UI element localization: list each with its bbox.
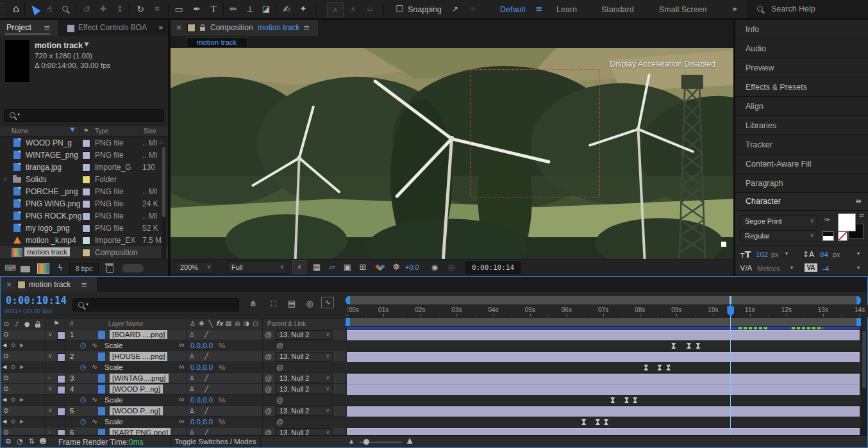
- composition-mini-flowchart-icon[interactable]: ⋔: [247, 296, 260, 311]
- workspace-learn[interactable]: Learn: [556, 5, 577, 14]
- graph-toggle-icon[interactable]: ∿: [92, 341, 97, 349]
- parent-select[interactable]: 13. Null 2∨: [275, 374, 333, 383]
- close-icon[interactable]: ×: [174, 20, 183, 35]
- new-folder-icon[interactable]: [21, 266, 30, 272]
- layer-duration-bar[interactable]: [347, 385, 860, 395]
- property-pickwhip-icon[interactable]: @: [276, 418, 283, 426]
- quality-switch[interactable]: ╱: [204, 385, 208, 392]
- scale-property-row[interactable]: ◀◇▶◷∿Scale∞0.0,0.0%@: [1, 395, 346, 406]
- label-swatch[interactable]: [82, 200, 90, 208]
- quality-switch[interactable]: ╱: [204, 374, 208, 381]
- next-keyframe-button[interactable]: ▶: [20, 419, 24, 424]
- pan-camera-tool[interactable]: ✚: [96, 0, 110, 18]
- quality-switch[interactable]: ╱: [204, 407, 208, 414]
- layer-name[interactable]: [WOOD P...ng]: [110, 385, 163, 394]
- home-icon[interactable]: ⌂: [9, 0, 23, 18]
- layer-name[interactable]: [WOOD P...ng]: [110, 406, 163, 415]
- layer-row[interactable]: ⊙∨2[HOUSE ....png]♙╱@13. Null 2∨: [1, 351, 346, 362]
- dimensions-link-icon[interactable]: ∞: [179, 340, 185, 349]
- layer-visibility-eye-icon[interactable]: ⊙: [3, 374, 8, 381]
- workspace-overflow-chevron[interactable]: »: [728, 0, 741, 18]
- dolly-camera-tool[interactable]: ↕: [113, 0, 127, 18]
- announcement-icon[interactable]: ☻: [38, 434, 48, 448]
- playhead-line[interactable]: [730, 305, 731, 435]
- label-swatch[interactable]: [82, 236, 90, 245]
- local-axis-mode-icon[interactable]: ⋏: [327, 2, 344, 17]
- tab-project[interactable]: Project ≡: [0, 20, 58, 36]
- project-scrollbar[interactable]: [162, 145, 166, 258]
- property-pickwhip-icon[interactable]: @: [276, 342, 283, 349]
- breadcrumb[interactable]: motion track: [186, 37, 247, 48]
- stopwatch-icon[interactable]: ◷: [80, 363, 87, 371]
- sort-descending-icon[interactable]: ▼: [68, 122, 77, 137]
- current-timecode[interactable]: 0:00:10:14: [6, 295, 67, 306]
- character-panel-header[interactable]: Character ≡: [735, 193, 868, 211]
- layer-expand-caret[interactable]: ∨: [48, 331, 53, 337]
- interpret-footage-icon[interactable]: ⌨: [4, 259, 17, 277]
- file-row-selected[interactable]: motion track Composition: [0, 246, 168, 258]
- layer-expand-caret[interactable]: ∨: [48, 385, 53, 392]
- parent-select[interactable]: 13. Null 2∨: [275, 406, 333, 416]
- parent-pickwhip-icon[interactable]: @: [265, 407, 272, 415]
- panel-tab-info[interactable]: Info: [735, 20, 868, 39]
- panel-tab-tracker[interactable]: Tracker: [735, 135, 868, 154]
- parent-link-column-label[interactable]: Parent & Link: [267, 320, 306, 328]
- property-value[interactable]: 0.0,0.0: [190, 363, 213, 371]
- next-keyframe-button[interactable]: ▶: [20, 342, 24, 348]
- selection-tool[interactable]: [29, 3, 41, 15]
- delete-icon[interactable]: [106, 265, 113, 273]
- kerning-value[interactable]: Metrics: [757, 265, 780, 272]
- property-name[interactable]: Scale: [104, 363, 123, 371]
- zoom-in-mountain-icon[interactable]: ▲: [405, 433, 415, 448]
- layer-name[interactable]: [WINTAG....png]: [110, 374, 169, 383]
- layer-expand-caret[interactable]: ∨: [48, 407, 53, 413]
- layer-row[interactable]: ⊙›6[KART PNG.png]♙╱@13. Null 2∨: [1, 427, 346, 435]
- parent-pickwhip-icon[interactable]: @: [265, 331, 272, 338]
- layer-visibility-eye-icon[interactable]: ⊙: [3, 353, 8, 360]
- layer-name[interactable]: [KART PNG.png]: [110, 428, 171, 435]
- layer-expand-caret[interactable]: ›: [48, 429, 51, 435]
- font-size-caret-icon[interactable]: ▾: [783, 246, 790, 261]
- add-keyframe-button[interactable]: ◇: [11, 396, 15, 402]
- eyedropper-icon[interactable]: ✑: [821, 212, 833, 228]
- panel-menu-icon[interactable]: ≡: [301, 20, 312, 35]
- stopwatch-icon[interactable]: ◷: [80, 341, 87, 349]
- file-row[interactable]: PNG WING.png PNG file 24 K: [0, 197, 168, 210]
- add-keyframe-button[interactable]: ◇: [11, 342, 15, 348]
- layer-label-swatch[interactable]: [57, 386, 65, 394]
- property-pickwhip-icon[interactable]: @: [276, 396, 283, 404]
- close-icon[interactable]: ×: [4, 277, 13, 292]
- parent-select[interactable]: 13. Null 2∨: [275, 352, 333, 361]
- no-fill-icon[interactable]: [838, 231, 847, 241]
- tab-timeline[interactable]: × motion track ≡: [1, 277, 97, 292]
- bit-depth-button[interactable]: 8 bpc: [69, 263, 99, 274]
- scale-property-row[interactable]: ◀◇▶◷∿Scale∞0.0,0.0%@: [1, 340, 346, 351]
- hand-tool[interactable]: ☝: [42, 0, 56, 18]
- dimensions-link-icon[interactable]: ∞: [179, 395, 185, 404]
- snap-arrow-icon[interactable]: ↗: [449, 0, 462, 18]
- show-snapshot-icon[interactable]: ◎: [445, 260, 458, 275]
- collapse-transform-switch[interactable]: ♙: [189, 353, 195, 360]
- adjust-depth-icon[interactable]: ϟ: [54, 259, 67, 277]
- world-axis-mode-icon[interactable]: ⋏: [346, 0, 360, 18]
- property-pickwhip-icon[interactable]: @: [276, 363, 283, 371]
- resolution-select[interactable]: Full∨: [227, 261, 287, 274]
- panel-tab-preview[interactable]: Preview: [735, 58, 868, 78]
- stopwatch-icon[interactable]: ◷: [80, 395, 87, 404]
- render-queue-icon[interactable]: ⧉: [3, 434, 13, 448]
- frame-blending-icon[interactable]: ▤: [285, 296, 298, 311]
- layer-duration-bar[interactable]: [347, 428, 860, 435]
- panel-tab-libraries[interactable]: Libraries: [735, 116, 868, 135]
- orbit-camera-tool[interactable]: ↺: [79, 0, 94, 18]
- property-value[interactable]: 0.0,0.0: [190, 396, 213, 404]
- panel-tab-content-aware-fill[interactable]: Content-Aware Fill: [735, 154, 868, 174]
- rotation-tool[interactable]: ↻: [133, 0, 147, 18]
- layer-label-swatch[interactable]: [57, 331, 65, 340]
- rectangle-tool[interactable]: ▭: [172, 0, 186, 18]
- swap-fill-stroke-icon[interactable]: ⇄: [857, 208, 866, 223]
- collapse-transform-switch[interactable]: ♙: [189, 374, 195, 381]
- parent-select[interactable]: 13. Null 2∨: [275, 428, 333, 435]
- stopwatch-icon[interactable]: ◷: [80, 417, 87, 426]
- file-row[interactable]: motion _k.mp4 Importe_EX 7.5 M: [0, 234, 168, 246]
- parent-pickwhip-icon[interactable]: @: [265, 429, 272, 435]
